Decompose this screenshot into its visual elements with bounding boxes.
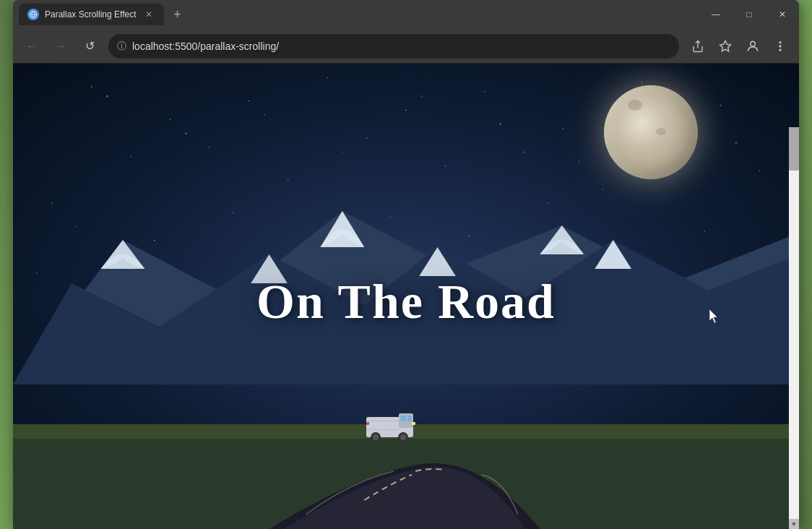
security-icon: ⓘ [117, 40, 126, 53]
svg-rect-27 [366, 429, 399, 430]
tab-favicon [27, 9, 39, 20]
svg-point-5 [779, 41, 781, 43]
svg-point-7 [779, 49, 781, 51]
close-button[interactable]: ✕ [766, 0, 799, 29]
maximize-button[interactable]: □ [733, 0, 766, 29]
title-bar: Parallax Scrolling Effect ✕ + — □ ✕ [13, 0, 799, 29]
svg-rect-26 [366, 421, 399, 421]
menu-button[interactable] [767, 33, 793, 59]
svg-point-25 [400, 434, 406, 440]
svg-point-4 [751, 41, 756, 46]
svg-rect-20 [400, 416, 406, 421]
scroll-down-button[interactable]: ▼ [789, 519, 799, 529]
scroll-thumb[interactable] [789, 127, 799, 171]
hero-text: On The Road [256, 273, 556, 330]
moon [604, 85, 698, 179]
scrollbar-track[interactable]: ▲ ▼ [789, 127, 799, 529]
svg-rect-29 [366, 422, 369, 425]
address-bar[interactable]: ⓘ [108, 34, 679, 59]
tab-close-button[interactable]: ✕ [142, 8, 155, 21]
nav-actions [685, 33, 793, 59]
svg-point-23 [373, 434, 379, 440]
mouse-cursor [709, 309, 720, 324]
new-tab-button[interactable]: + [167, 4, 189, 25]
svg-marker-3 [720, 40, 731, 51]
svg-rect-28 [412, 422, 415, 425]
parallax-scene: On The Road [13, 64, 799, 529]
profile-button[interactable] [740, 33, 766, 59]
svg-point-6 [779, 46, 781, 47]
minimize-button[interactable]: — [699, 0, 733, 29]
forward-button[interactable]: → [48, 33, 74, 59]
ground [13, 370, 799, 529]
active-tab[interactable]: Parallax Scrolling Effect ✕ [19, 4, 164, 25]
reload-button[interactable]: ↺ [77, 33, 103, 59]
browser-window: Parallax Scrolling Effect ✕ + — □ ✕ ← → [13, 0, 799, 529]
back-button[interactable]: ← [19, 33, 45, 59]
tab-bar: Parallax Scrolling Effect ✕ + [13, 4, 699, 25]
svg-rect-21 [407, 416, 412, 421]
share-button[interactable] [685, 33, 711, 59]
tab-title: Parallax Scrolling Effect [45, 9, 137, 20]
webpage-content: On The Road ▲ ▼ [13, 64, 799, 529]
navigation-bar: ← → ↺ ⓘ [13, 29, 799, 64]
vehicle [363, 406, 420, 446]
window-controls: — □ ✕ [699, 0, 799, 29]
url-input[interactable] [132, 40, 670, 52]
bookmark-button[interactable] [712, 33, 738, 59]
